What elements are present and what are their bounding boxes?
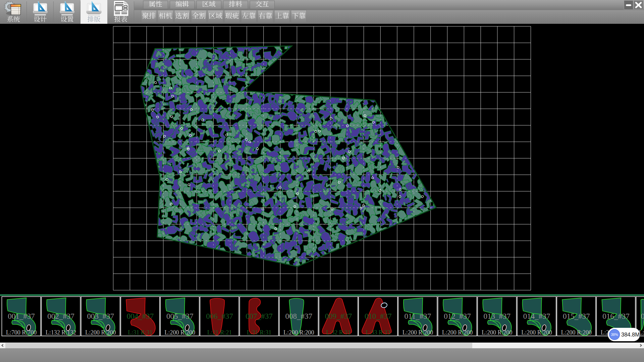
svg-text:016_#37: 016_#37: [602, 312, 630, 320]
svg-text:L:200 R:200: L:200 R:200: [442, 329, 473, 336]
svg-text:L:200 R:200: L:200 R:200: [85, 329, 116, 336]
svg-text:002_#37: 002_#37: [47, 312, 74, 320]
svg-text:013_#37: 013_#37: [484, 312, 511, 320]
svg-text:L:200 R:200: L:200 R:200: [283, 329, 314, 336]
svg-text:008_#37: 008_#37: [285, 312, 313, 320]
svg-text:L:33 R:33: L:33 R:33: [366, 329, 390, 336]
svg-text:0: 0: [641, 312, 644, 320]
svg-text:L:32 R:31: L:32 R:31: [326, 329, 351, 336]
svg-text:L:200 R:200: L:200 R:200: [561, 329, 592, 336]
svg-text:007_#37: 007_#37: [246, 312, 273, 320]
svg-text:L:21 R:21: L:21 R:21: [207, 329, 232, 336]
svg-text:011_#37: 011_#37: [405, 312, 431, 320]
svg-text:006_#37: 006_#37: [206, 312, 233, 320]
svg-text:010_#37: 010_#37: [365, 312, 392, 320]
svg-text:384.8M: 384.8M: [621, 331, 640, 338]
svg-text:012_#37: 012_#37: [444, 312, 471, 320]
svg-text:L:200 R:200: L:200 R:200: [164, 329, 195, 336]
svg-text:L:200 R:200: L:200 R:200: [482, 329, 513, 336]
svg-text:014_#37: 014_#37: [523, 312, 550, 320]
svg-text:004_#37: 004_#37: [127, 312, 154, 320]
svg-text:003_#37: 003_#37: [87, 312, 114, 320]
svg-text:005_#37: 005_#37: [166, 312, 194, 320]
svg-text:001_#37: 001_#37: [8, 312, 35, 320]
svg-text:015_#37: 015_#37: [563, 312, 590, 320]
svg-text:L:31 R:31: L:31 R:31: [128, 329, 153, 336]
svg-text:L:31 R:31: L:31 R:31: [247, 329, 272, 336]
svg-text:L:132 R:132: L:132 R:132: [46, 329, 76, 336]
svg-text:L:200 R:200: L:200 R:200: [402, 329, 433, 336]
svg-text:009_#37: 009_#37: [325, 312, 352, 320]
svg-text:38%: 38%: [611, 333, 618, 337]
svg-text:L:200 R:200: L:200 R:200: [521, 329, 552, 336]
svg-text:L:700 R:700: L:700 R:700: [6, 329, 37, 336]
